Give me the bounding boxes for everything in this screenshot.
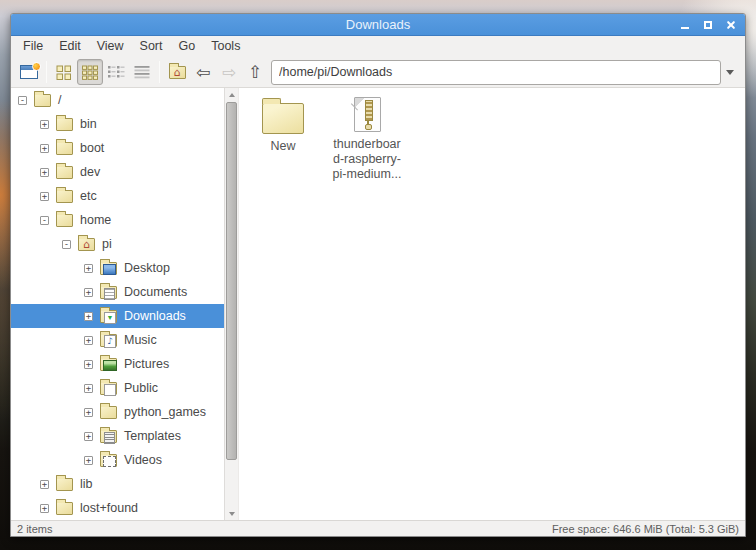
detailed-view-button[interactable]: [129, 59, 155, 85]
tree-item-label: bin: [80, 117, 97, 131]
folder-icon: [56, 502, 73, 515]
tree-item-label: Pictures: [124, 357, 169, 371]
zip-file-icon: [354, 97, 381, 132]
music-folder-icon: [100, 334, 117, 347]
tree-item-lost-found[interactable]: + lost+found: [11, 496, 224, 520]
scroll-down-button[interactable]: [225, 507, 238, 520]
tree-item-videos[interactable]: + Videos: [11, 448, 224, 472]
tree-item-label: Videos: [124, 453, 162, 467]
tree-item-music[interactable]: + Music: [11, 328, 224, 352]
expander-icon[interactable]: +: [84, 384, 93, 393]
up-button[interactable]: ⇧: [242, 59, 268, 85]
tree-item-dev[interactable]: + dev: [11, 160, 224, 184]
tree-item-bin[interactable]: + bin: [11, 112, 224, 136]
compact-view-icon: [107, 63, 125, 81]
menu-go[interactable]: Go: [171, 36, 204, 57]
free-space: Free space: 646.6 MiB (Total: 5.3 GiB): [552, 523, 739, 535]
expander-icon[interactable]: -: [40, 216, 49, 225]
home-button[interactable]: [164, 59, 190, 85]
public-folder-icon: [100, 382, 117, 395]
templates-folder-icon: [100, 430, 117, 443]
tree-item-pi[interactable]: - pi: [11, 232, 224, 256]
new-window-icon: [20, 65, 38, 79]
new-window-button[interactable]: [16, 59, 42, 85]
path-input[interactable]: [271, 60, 721, 85]
path-dropdown-button[interactable]: [721, 60, 739, 85]
folder-icon: [56, 190, 73, 203]
tree-item-label: dev: [80, 165, 100, 179]
detailed-view-icon: [133, 63, 151, 81]
desktop-folder-icon: [100, 262, 117, 275]
tree-item-label: etc: [80, 189, 97, 203]
expander-icon[interactable]: +: [84, 432, 93, 441]
file-list-pane[interactable]: New thunderboar d-raspberry- pi-medium..…: [238, 88, 745, 520]
status-bar: 2 items Free space: 646.6 MiB (Total: 5.…: [11, 520, 745, 536]
folder-icon: [100, 406, 117, 419]
tree-item-downloads[interactable]: + Downloads: [11, 304, 224, 328]
expander-icon[interactable]: +: [40, 144, 49, 153]
menu-tools[interactable]: Tools: [203, 36, 248, 57]
tree-item-lib[interactable]: + lib: [11, 472, 224, 496]
downloads-folder-icon: [100, 310, 117, 323]
tree-item-python-games[interactable]: + python_games: [11, 400, 224, 424]
directory-tree: - / + bin + boot + dev: [11, 88, 224, 520]
thumbnail-view-button[interactable]: [77, 59, 103, 85]
expander-icon[interactable]: +: [40, 504, 49, 513]
tree-item-label: Desktop: [124, 261, 170, 275]
tree-item-home[interactable]: - home: [11, 208, 224, 232]
menu-edit[interactable]: Edit: [51, 36, 89, 57]
compact-view-button[interactable]: [103, 59, 129, 85]
expander-icon[interactable]: +: [84, 312, 93, 321]
expander-icon[interactable]: +: [84, 288, 93, 297]
tree-item-label: lost+found: [80, 501, 138, 515]
forward-button[interactable]: ⇨: [216, 59, 242, 85]
back-arrow-icon: ⇦: [196, 64, 210, 81]
tree-item-label: Documents: [124, 285, 187, 299]
expander-icon[interactable]: +: [84, 456, 93, 465]
expander-icon[interactable]: +: [40, 480, 49, 489]
maximize-button[interactable]: [703, 20, 713, 30]
tree-item-public[interactable]: + Public: [11, 376, 224, 400]
expander-icon[interactable]: +: [84, 360, 93, 369]
file-item-new-folder[interactable]: New: [252, 95, 314, 154]
scrollbar-thumb[interactable]: [226, 102, 237, 460]
expander-icon[interactable]: +: [40, 168, 49, 177]
expander-icon[interactable]: -: [18, 96, 27, 105]
tree-item-desktop[interactable]: + Desktop: [11, 256, 224, 280]
expander-icon[interactable]: +: [84, 264, 93, 273]
tree-item-root[interactable]: - /: [11, 88, 224, 112]
tree-item-label: /: [58, 93, 61, 107]
tree-item-documents[interactable]: + Documents: [11, 280, 224, 304]
title-bar[interactable]: Downloads: [11, 14, 745, 36]
expander-icon[interactable]: +: [40, 120, 49, 129]
expander-icon[interactable]: +: [40, 192, 49, 201]
tree-item-etc[interactable]: + etc: [11, 184, 224, 208]
up-arrow-icon: ⇧: [248, 64, 262, 81]
menu-view[interactable]: View: [89, 36, 132, 57]
expander-icon[interactable]: +: [84, 336, 93, 345]
folder-icon: [56, 214, 73, 227]
expander-icon[interactable]: +: [84, 408, 93, 417]
minimize-button[interactable]: [680, 20, 690, 30]
scroll-up-button[interactable]: [225, 88, 238, 101]
expander-icon[interactable]: -: [62, 240, 71, 249]
tree-item-label: Downloads: [124, 309, 186, 323]
toolbar-separator: [46, 61, 47, 83]
back-button[interactable]: ⇦: [190, 59, 216, 85]
close-button[interactable]: [726, 20, 736, 30]
thumbnail-view-icon: [81, 63, 99, 81]
sidebar-scrollbar[interactable]: [224, 88, 238, 520]
folder-icon: [56, 478, 73, 491]
dropdown-chevron-icon: [726, 70, 734, 75]
videos-folder-icon: [100, 454, 117, 467]
menu-file[interactable]: File: [15, 36, 51, 57]
tree-item-pictures[interactable]: + Pictures: [11, 352, 224, 376]
tree-item-boot[interactable]: + boot: [11, 136, 224, 160]
toolbar: ⇦ ⇨ ⇧: [11, 57, 745, 88]
file-item-thunderboard-zip[interactable]: thunderboar d-raspberry- pi-medium...: [324, 95, 410, 182]
icon-view-button[interactable]: [51, 59, 77, 85]
items-count: 2 items: [17, 523, 52, 535]
menu-sort[interactable]: Sort: [132, 36, 171, 57]
tree-item-templates[interactable]: + Templates: [11, 424, 224, 448]
window-title: Downloads: [11, 14, 745, 36]
